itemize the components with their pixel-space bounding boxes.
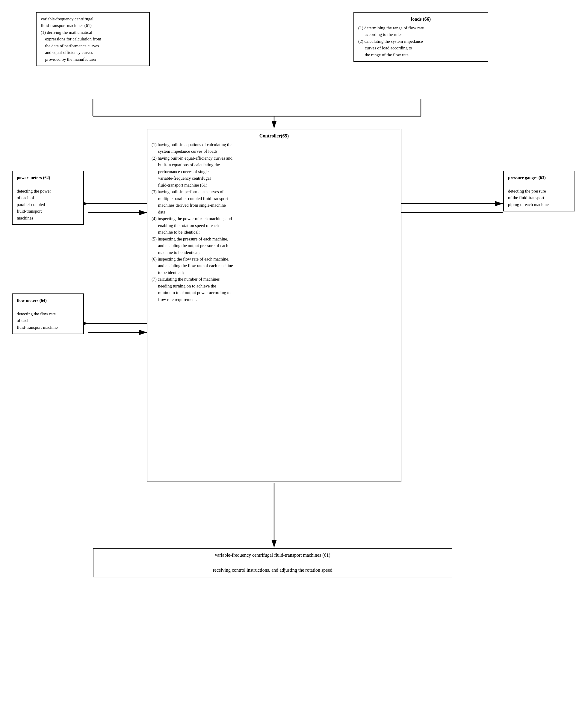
flow-meters-box: flow meters (64) detecting the flow rate… [12, 294, 84, 334]
pressure-gauges-box: pressure gauges (63) detecting the press… [503, 171, 575, 211]
vf-text: variable-frequency centrifugal fluid-tra… [41, 16, 145, 63]
loads-title: loads (66) [358, 16, 483, 23]
controller-text: (1) having built-in equations of calcula… [151, 141, 397, 303]
output-text: variable-frequency centrifugal fluid-tra… [98, 552, 447, 574]
diagram-container: variable-frequency centrifugal fluid-tra… [0, 0, 588, 722]
flow-text: flow meters (64) detecting the flow rate… [17, 297, 79, 331]
loads-box: loads (66) (1) determining the range of … [354, 12, 488, 62]
power-meters-box: power meters (62) detecting the power of… [12, 171, 84, 225]
power-text: power meters (62) detecting the power of… [17, 174, 79, 221]
loads-text: (1) determining the range of flow rate a… [358, 25, 483, 58]
controller-box: Controller(65) (1) having built-in equat… [147, 129, 401, 482]
output-box: variable-frequency centrifugal fluid-tra… [93, 548, 452, 577]
vf-box: variable-frequency centrifugal fluid-tra… [36, 12, 150, 66]
pressure-text: pressure gauges (63) detecting the press… [508, 174, 570, 208]
controller-title: Controller(65) [151, 132, 397, 140]
